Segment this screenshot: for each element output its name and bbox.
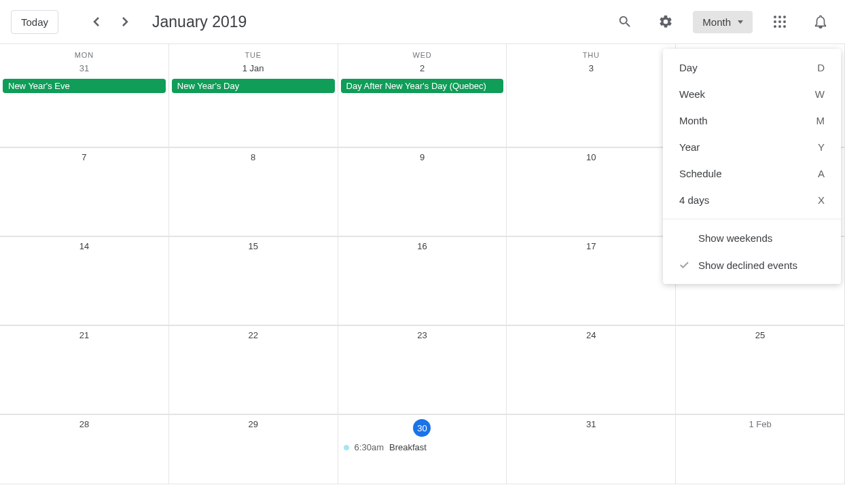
day-number[interactable]: 31	[507, 415, 675, 433]
day-number[interactable]: 31	[0, 59, 168, 77]
view-selector-button[interactable]: Month	[693, 11, 753, 33]
day-number[interactable]: 28	[0, 415, 168, 433]
search-icon	[617, 14, 632, 29]
event-breakfast[interactable]: 6:30am Breakfast	[338, 441, 507, 454]
day-cell[interactable]: 9	[338, 148, 507, 236]
day-number[interactable]: 1 Jan	[169, 59, 338, 77]
day-cell[interactable]: 31	[507, 415, 676, 484]
dropdown-item-week[interactable]: WeekW	[663, 81, 841, 107]
day-cell[interactable]: 22	[169, 326, 338, 414]
weekday-header: TUE	[169, 44, 338, 59]
day-cell[interactable]: 10	[507, 148, 676, 236]
day-number[interactable]: 3	[507, 59, 675, 77]
day-number[interactable]: 15	[169, 237, 338, 255]
event-dot-icon	[344, 445, 349, 450]
svg-point-8	[783, 25, 786, 28]
event-title: Breakfast	[389, 442, 427, 452]
day-number[interactable]: 29	[169, 415, 338, 433]
dropdown-item-4days[interactable]: 4 daysX	[663, 187, 841, 213]
day-number[interactable]: 21	[0, 326, 168, 344]
weekday-header: THU	[507, 44, 675, 59]
event-time: 6:30am	[355, 442, 384, 452]
day-cell[interactable]: 28	[0, 415, 169, 484]
day-number[interactable]: 14	[0, 237, 168, 255]
event-new-years-day[interactable]: New Year's Day	[172, 79, 335, 93]
apps-button[interactable]	[766, 8, 793, 35]
toggle-show-weekends[interactable]: Show weekends	[663, 225, 841, 251]
svg-point-7	[778, 25, 781, 28]
day-number[interactable]: 23	[338, 326, 507, 344]
prev-month-button[interactable]	[83, 8, 110, 35]
svg-point-4	[778, 20, 781, 23]
day-number[interactable]: 1 Feb	[676, 415, 844, 433]
view-dropdown-menu: DayD WeekW MonthM YearY ScheduleA 4 days…	[663, 49, 841, 284]
day-cell[interactable]: WED 2 Day After New Year's Day (Quebec)	[338, 44, 507, 147]
toggle-show-declined[interactable]: Show declined events	[663, 251, 841, 278]
day-number-today[interactable]: 30	[338, 415, 507, 441]
check-icon	[678, 259, 690, 271]
chevron-right-icon	[122, 16, 128, 27]
day-cell[interactable]: THU 3	[507, 44, 676, 147]
next-month-button[interactable]	[111, 8, 139, 35]
day-cell[interactable]: 30 6:30am Breakfast	[338, 415, 507, 484]
day-cell[interactable]: 17	[507, 237, 676, 325]
chevron-left-icon	[93, 16, 100, 27]
day-cell[interactable]: 8	[169, 148, 338, 236]
svg-point-3	[774, 20, 776, 23]
bell-icon	[813, 14, 828, 29]
today-button[interactable]: Today	[11, 10, 58, 34]
svg-point-5	[783, 20, 786, 23]
day-cell[interactable]: 7	[0, 148, 169, 236]
view-selector-label: Month	[702, 16, 731, 28]
search-button[interactable]	[611, 8, 639, 35]
day-number[interactable]: 9	[338, 148, 507, 166]
day-cell[interactable]: 24	[507, 326, 676, 414]
settings-button[interactable]	[652, 8, 679, 35]
svg-point-6	[774, 25, 776, 28]
day-cell[interactable]: 14	[0, 237, 169, 325]
day-number[interactable]: 8	[169, 148, 338, 166]
day-number[interactable]: 10	[507, 148, 675, 166]
day-cell[interactable]: TUE 1 Jan New Year's Day	[169, 44, 338, 147]
day-cell[interactable]: 16	[338, 237, 507, 325]
event-day-after-nyd[interactable]: Day After New Year's Day (Quebec)	[341, 79, 504, 93]
apps-grid-icon	[774, 16, 786, 28]
gear-icon	[658, 14, 673, 29]
day-cell[interactable]: 21	[0, 326, 169, 414]
event-new-years-eve[interactable]: New Year's Eve	[3, 79, 166, 93]
dropdown-divider	[663, 219, 841, 219]
dropdown-item-schedule[interactable]: ScheduleA	[663, 160, 841, 187]
chevron-down-icon	[738, 20, 743, 24]
day-cell[interactable]: 15	[169, 237, 338, 325]
day-number[interactable]: 16	[338, 237, 507, 255]
dropdown-item-day[interactable]: DayD	[663, 54, 841, 81]
day-number[interactable]: 22	[169, 326, 338, 344]
weekday-header: WED	[338, 44, 507, 59]
day-cell[interactable]: MON 31 New Year's Eve	[0, 44, 169, 147]
notifications-button[interactable]	[807, 8, 834, 35]
day-cell[interactable]: 29	[169, 415, 338, 484]
svg-point-2	[783, 16, 786, 18]
day-number[interactable]: 7	[0, 148, 168, 166]
svg-point-1	[778, 16, 781, 18]
weekday-header: MON	[0, 44, 168, 59]
day-cell[interactable]: 25	[676, 326, 845, 414]
day-number[interactable]: 24	[507, 326, 675, 344]
day-number[interactable]: 17	[507, 237, 675, 255]
day-number[interactable]: 25	[676, 326, 844, 344]
dropdown-item-year[interactable]: YearY	[663, 134, 841, 160]
day-number[interactable]: 2	[338, 59, 507, 77]
dropdown-item-month[interactable]: MonthM	[663, 107, 841, 134]
day-cell[interactable]: 1 Feb	[676, 415, 845, 484]
month-title: January 2019	[152, 13, 247, 31]
svg-point-0	[774, 16, 776, 18]
day-cell[interactable]: 23	[338, 326, 507, 414]
